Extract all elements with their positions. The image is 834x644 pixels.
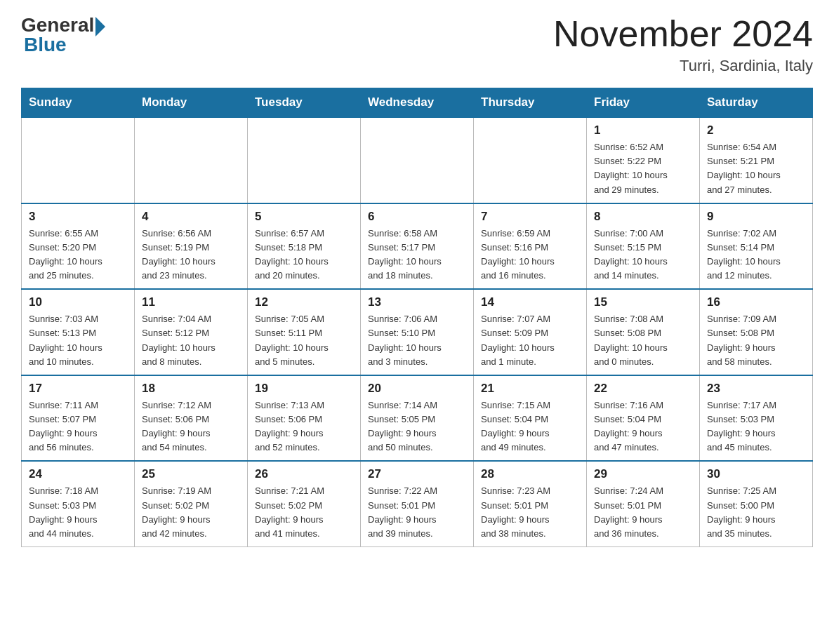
calendar-week-5: 24Sunrise: 7:18 AM Sunset: 5:03 PM Dayli… [22, 461, 813, 546]
day-number: 2 [707, 123, 805, 137]
day-info: Sunrise: 7:04 AM Sunset: 5:12 PM Dayligh… [142, 312, 240, 369]
day-number: 23 [707, 382, 805, 396]
title-section: November 2024 Turri, Sardinia, Italy [553, 14, 813, 75]
calendar-cell: 15Sunrise: 7:08 AM Sunset: 5:08 PM Dayli… [587, 289, 700, 375]
calendar-cell: 8Sunrise: 7:00 AM Sunset: 5:15 PM Daylig… [587, 203, 700, 290]
day-info: Sunrise: 7:12 AM Sunset: 5:06 PM Dayligh… [142, 398, 240, 455]
calendar-table: SundayMondayTuesdayWednesdayThursdayFrid… [21, 88, 813, 547]
calendar-cell: 29Sunrise: 7:24 AM Sunset: 5:01 PM Dayli… [587, 461, 700, 546]
calendar-cell: 27Sunrise: 7:22 AM Sunset: 5:01 PM Dayli… [361, 461, 474, 546]
calendar-cell: 9Sunrise: 7:02 AM Sunset: 5:14 PM Daylig… [700, 203, 813, 290]
logo-blue-text: Blue [24, 34, 67, 56]
calendar-cell [22, 117, 135, 203]
day-info: Sunrise: 7:06 AM Sunset: 5:10 PM Dayligh… [368, 312, 466, 369]
day-number: 9 [707, 210, 805, 224]
day-info: Sunrise: 6:57 AM Sunset: 5:18 PM Dayligh… [255, 227, 353, 283]
calendar-cell: 3Sunrise: 6:55 AM Sunset: 5:20 PM Daylig… [22, 203, 135, 290]
day-info: Sunrise: 7:08 AM Sunset: 5:08 PM Dayligh… [594, 312, 692, 369]
day-info: Sunrise: 7:25 AM Sunset: 5:00 PM Dayligh… [707, 484, 805, 541]
day-info: Sunrise: 7:00 AM Sunset: 5:15 PM Dayligh… [594, 227, 692, 283]
calendar-header-wednesday: Wednesday [361, 88, 474, 118]
calendar-week-1: 1Sunrise: 6:52 AM Sunset: 5:22 PM Daylig… [22, 117, 813, 203]
calendar-week-4: 17Sunrise: 7:11 AM Sunset: 5:07 PM Dayli… [22, 375, 813, 462]
day-number: 17 [29, 382, 127, 396]
calendar-cell: 21Sunrise: 7:15 AM Sunset: 5:04 PM Dayli… [474, 375, 587, 462]
calendar-cell: 11Sunrise: 7:04 AM Sunset: 5:12 PM Dayli… [135, 289, 248, 375]
calendar-cell: 19Sunrise: 7:13 AM Sunset: 5:06 PM Dayli… [248, 375, 361, 462]
calendar-week-3: 10Sunrise: 7:03 AM Sunset: 5:13 PM Dayli… [22, 289, 813, 375]
day-info: Sunrise: 7:14 AM Sunset: 5:05 PM Dayligh… [368, 398, 466, 455]
calendar-header-sunday: Sunday [22, 88, 135, 118]
day-number: 8 [594, 210, 692, 224]
calendar-cell [474, 117, 587, 203]
day-number: 30 [707, 467, 805, 481]
calendar-cell [248, 117, 361, 203]
day-info: Sunrise: 7:16 AM Sunset: 5:04 PM Dayligh… [594, 398, 692, 455]
day-number: 27 [368, 467, 466, 481]
calendar-cell: 1Sunrise: 6:52 AM Sunset: 5:22 PM Daylig… [587, 117, 700, 203]
day-number: 3 [29, 210, 127, 224]
day-info: Sunrise: 7:24 AM Sunset: 5:01 PM Dayligh… [594, 484, 692, 541]
day-number: 6 [368, 210, 466, 224]
day-number: 20 [368, 382, 466, 396]
calendar-week-2: 3Sunrise: 6:55 AM Sunset: 5:20 PM Daylig… [22, 203, 813, 290]
day-number: 4 [142, 210, 240, 224]
day-number: 26 [255, 467, 353, 481]
calendar-cell: 22Sunrise: 7:16 AM Sunset: 5:04 PM Dayli… [587, 375, 700, 462]
calendar-header-saturday: Saturday [700, 88, 813, 118]
day-info: Sunrise: 7:07 AM Sunset: 5:09 PM Dayligh… [481, 312, 579, 369]
day-number: 7 [481, 210, 579, 224]
day-info: Sunrise: 7:03 AM Sunset: 5:13 PM Dayligh… [29, 312, 127, 369]
day-number: 11 [142, 295, 240, 309]
day-number: 25 [142, 467, 240, 481]
day-info: Sunrise: 7:13 AM Sunset: 5:06 PM Dayligh… [255, 398, 353, 455]
calendar-cell: 23Sunrise: 7:17 AM Sunset: 5:03 PM Dayli… [700, 375, 813, 462]
day-number: 14 [481, 295, 579, 309]
month-title: November 2024 [553, 14, 813, 54]
calendar-cell: 20Sunrise: 7:14 AM Sunset: 5:05 PM Dayli… [361, 375, 474, 462]
calendar-cell [361, 117, 474, 203]
day-number: 5 [255, 210, 353, 224]
location-title: Turri, Sardinia, Italy [553, 57, 813, 75]
calendar-cell: 12Sunrise: 7:05 AM Sunset: 5:11 PM Dayli… [248, 289, 361, 375]
calendar-header-row: SundayMondayTuesdayWednesdayThursdayFrid… [22, 88, 813, 118]
calendar-cell: 16Sunrise: 7:09 AM Sunset: 5:08 PM Dayli… [700, 289, 813, 375]
day-info: Sunrise: 7:15 AM Sunset: 5:04 PM Dayligh… [481, 398, 579, 455]
day-number: 24 [29, 467, 127, 481]
calendar-cell: 24Sunrise: 7:18 AM Sunset: 5:03 PM Dayli… [22, 461, 135, 546]
day-info: Sunrise: 7:17 AM Sunset: 5:03 PM Dayligh… [707, 398, 805, 455]
day-info: Sunrise: 7:11 AM Sunset: 5:07 PM Dayligh… [29, 398, 127, 455]
day-info: Sunrise: 7:23 AM Sunset: 5:01 PM Dayligh… [481, 484, 579, 541]
calendar-header-monday: Monday [135, 88, 248, 118]
calendar-cell: 17Sunrise: 7:11 AM Sunset: 5:07 PM Dayli… [22, 375, 135, 462]
day-info: Sunrise: 7:09 AM Sunset: 5:08 PM Dayligh… [707, 312, 805, 369]
day-number: 18 [142, 382, 240, 396]
day-number: 10 [29, 295, 127, 309]
logo: General Blue [21, 14, 105, 56]
day-info: Sunrise: 6:56 AM Sunset: 5:19 PM Dayligh… [142, 227, 240, 283]
calendar-cell: 5Sunrise: 6:57 AM Sunset: 5:18 PM Daylig… [248, 203, 361, 290]
calendar-header-friday: Friday [587, 88, 700, 118]
calendar-cell: 26Sunrise: 7:21 AM Sunset: 5:02 PM Dayli… [248, 461, 361, 546]
day-number: 15 [594, 295, 692, 309]
calendar-cell: 28Sunrise: 7:23 AM Sunset: 5:01 PM Dayli… [474, 461, 587, 546]
day-info: Sunrise: 7:22 AM Sunset: 5:01 PM Dayligh… [368, 484, 466, 541]
calendar-cell: 10Sunrise: 7:03 AM Sunset: 5:13 PM Dayli… [22, 289, 135, 375]
day-number: 22 [594, 382, 692, 396]
day-info: Sunrise: 6:54 AM Sunset: 5:21 PM Dayligh… [707, 140, 805, 197]
day-info: Sunrise: 7:19 AM Sunset: 5:02 PM Dayligh… [142, 484, 240, 541]
day-info: Sunrise: 7:05 AM Sunset: 5:11 PM Dayligh… [255, 312, 353, 369]
day-info: Sunrise: 6:58 AM Sunset: 5:17 PM Dayligh… [368, 227, 466, 283]
day-info: Sunrise: 6:52 AM Sunset: 5:22 PM Dayligh… [594, 140, 692, 197]
day-number: 19 [255, 382, 353, 396]
calendar-cell: 13Sunrise: 7:06 AM Sunset: 5:10 PM Dayli… [361, 289, 474, 375]
day-number: 21 [481, 382, 579, 396]
calendar-header-thursday: Thursday [474, 88, 587, 118]
day-number: 13 [368, 295, 466, 309]
day-info: Sunrise: 6:59 AM Sunset: 5:16 PM Dayligh… [481, 227, 579, 283]
page-header: General Blue November 2024 Turri, Sardin… [21, 14, 813, 75]
day-info: Sunrise: 7:21 AM Sunset: 5:02 PM Dayligh… [255, 484, 353, 541]
calendar-cell: 4Sunrise: 6:56 AM Sunset: 5:19 PM Daylig… [135, 203, 248, 290]
day-number: 16 [707, 295, 805, 309]
logo-arrow-icon [95, 17, 105, 36]
